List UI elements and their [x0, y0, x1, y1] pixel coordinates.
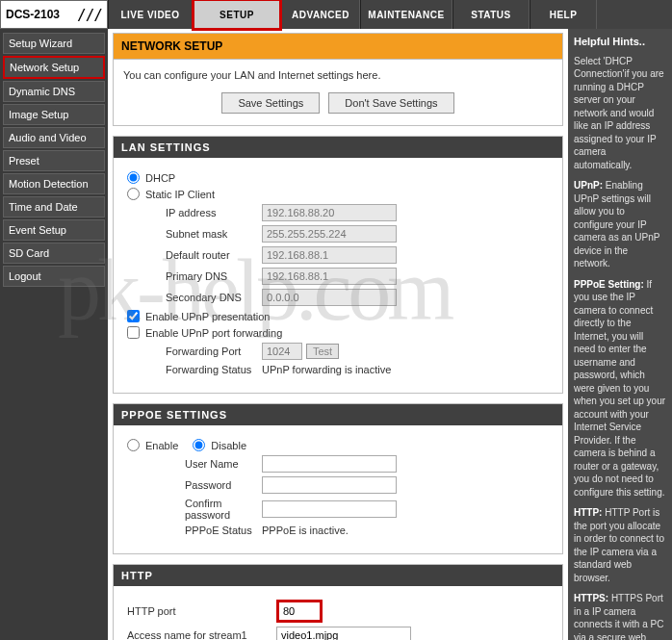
- static-ip-radio[interactable]: [127, 188, 140, 200]
- pppoe-enable-label: Enable: [145, 440, 178, 451]
- sidebar-item-dynamic-dns[interactable]: Dynamic DNS: [3, 81, 105, 102]
- http-port-input[interactable]: [279, 602, 320, 620]
- ip-address-label: IP address: [127, 207, 262, 218]
- router-input: [262, 246, 397, 264]
- pppoe-settings-title: PPPOE SETTINGS: [114, 404, 562, 425]
- pppoe-confirm-input[interactable]: [262, 500, 397, 518]
- intro-text: You can configure your LAN and Internet …: [123, 69, 553, 81]
- sidebar-item-sd-card[interactable]: SD Card: [3, 243, 105, 264]
- pppoe-password-label: Password: [127, 479, 262, 491]
- sidebar-item-image-setup[interactable]: Image Setup: [3, 104, 105, 125]
- secondary-dns-label: Secondary DNS: [127, 292, 262, 303]
- hints-upnp: UPnP: Enabling UPnP settings will allow …: [574, 179, 666, 270]
- ip-address-input: [262, 204, 397, 221]
- lan-settings-title: LAN SETTINGS: [114, 137, 562, 158]
- lan-settings-section: LAN SETTINGS DHCP Static IP Client IP ad…: [113, 136, 563, 394]
- forwarding-status-label: Forwarding Status: [127, 364, 262, 375]
- http-port-highlight: [276, 600, 323, 623]
- dont-save-settings-button[interactable]: Don't Save Settings: [328, 92, 453, 114]
- dhcp-label: DHCP: [145, 172, 175, 184]
- sidebar-item-audio-video[interactable]: Audio and Video: [3, 127, 105, 148]
- upnp-port-forwarding-checkbox[interactable]: [127, 326, 140, 339]
- model-slashes-decoration: ///: [77, 6, 102, 24]
- upnp-presentation-label: Enable UPnP presentation: [145, 311, 270, 322]
- pppoe-disable-label: Disable: [211, 440, 246, 451]
- http-section: HTTP HTTP port Access name for stream1 A…: [113, 564, 563, 640]
- main-content: NETWORK SETUP You can configure your LAN…: [108, 29, 568, 640]
- pppoe-disable-radio[interactable]: [193, 439, 205, 451]
- pppoe-confirm-label: Confirm password: [127, 498, 262, 521]
- dhcp-radio[interactable]: [127, 171, 140, 184]
- tab-help[interactable]: HELP: [530, 0, 597, 29]
- test-button[interactable]: Test: [306, 344, 339, 359]
- sidebar-item-motion-detection[interactable]: Motion Detection: [3, 173, 105, 194]
- sidebar: Setup Wizard Network Setup Dynamic DNS I…: [0, 29, 108, 640]
- primary-dns-input: [262, 268, 397, 285]
- pppoe-username-label: User Name: [127, 458, 262, 470]
- sidebar-item-time-date[interactable]: Time and Date: [3, 196, 105, 218]
- stream1-name-input[interactable]: [276, 627, 411, 640]
- subnet-label: Subnet mask: [127, 228, 262, 240]
- sidebar-item-preset[interactable]: Preset: [3, 150, 105, 171]
- upnp-port-forwarding-label: Enable UPnP port forwarding: [145, 327, 282, 339]
- hints-title: Helpful Hints..: [574, 35, 666, 49]
- pppoe-username-input[interactable]: [262, 455, 397, 473]
- hints-dhcp: Select 'DHCP Connection'if you are runni…: [574, 55, 666, 172]
- primary-dns-label: Primary DNS: [127, 270, 262, 282]
- forwarding-port-label: Forwarding Port: [127, 346, 262, 357]
- helpful-hints-panel: Helpful Hints.. Select 'DHCP Connection'…: [568, 29, 672, 640]
- intro-panel: You can configure your LAN and Internet …: [113, 59, 563, 126]
- device-model: DCS-2103 ///: [0, 0, 108, 29]
- save-settings-button[interactable]: Save Settings: [221, 92, 320, 114]
- tab-maintenance[interactable]: MAINTENANCE: [360, 0, 452, 29]
- sidebar-item-network-setup[interactable]: Network Setup: [3, 56, 105, 79]
- tab-live-video[interactable]: LIVE VIDEO: [108, 0, 193, 29]
- forwarding-status-value: UPnP forwarding is inactive: [262, 364, 391, 375]
- pppoe-status-value: PPPoE is inactive.: [262, 525, 349, 536]
- subnet-input: [262, 225, 397, 243]
- http-port-label: HTTP port: [127, 605, 276, 617]
- hints-https: HTTPS: HTTPS Port in a IP camera connect…: [574, 592, 666, 640]
- sidebar-item-logout[interactable]: Logout: [3, 266, 105, 287]
- tab-advanced[interactable]: ADVANCED: [281, 0, 360, 29]
- stream1-name-label: Access name for stream1: [127, 629, 276, 640]
- tab-status[interactable]: STATUS: [452, 0, 530, 29]
- static-ip-label: Static IP Client: [145, 189, 215, 200]
- forwarding-port-input: [262, 343, 302, 360]
- tab-setup[interactable]: SETUP: [193, 0, 281, 29]
- pppoe-enable-radio[interactable]: [127, 439, 140, 451]
- hints-http: HTTP: HTTP Port is the port you allocate…: [574, 506, 666, 584]
- sidebar-item-event-setup[interactable]: Event Setup: [3, 219, 105, 241]
- device-model-text: DCS-2103: [6, 8, 60, 21]
- http-title: HTTP: [114, 565, 562, 586]
- hints-pppoe: PPPoE Setting: If you use the IP camera …: [574, 278, 666, 499]
- secondary-dns-input: [262, 289, 397, 306]
- page-title: NETWORK SETUP: [113, 33, 563, 59]
- upnp-presentation-checkbox[interactable]: [127, 310, 140, 322]
- pppoe-status-label: PPPoE Status: [127, 525, 262, 536]
- top-navbar: DCS-2103 /// LIVE VIDEO SETUP ADVANCED M…: [0, 0, 672, 29]
- router-label: Default router: [127, 249, 262, 261]
- pppoe-settings-section: PPPOE SETTINGS Enable Disable User Name …: [113, 403, 563, 554]
- pppoe-password-input[interactable]: [262, 476, 397, 494]
- sidebar-item-setup-wizard[interactable]: Setup Wizard: [3, 33, 105, 54]
